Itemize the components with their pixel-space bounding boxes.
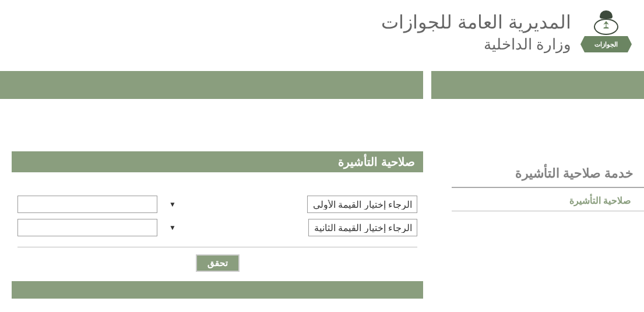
input-first-value[interactable]	[17, 196, 157, 213]
page-header: الجوازات المديرية العامة للجوازات وزارة …	[0, 0, 644, 64]
header-title-sub: وزارة الداخلية	[484, 36, 571, 54]
form-divider	[17, 247, 417, 247]
chevron-down-icon: ▼	[169, 200, 176, 208]
form-title-bar: صلاحية التأشيرة	[12, 151, 423, 172]
verify-button[interactable]: تحقق	[196, 254, 240, 272]
select-first-value[interactable]: الرجاء إختيار القيمة الأولى	[307, 196, 417, 213]
input-second-value[interactable]	[17, 219, 157, 236]
logo-banner: الجوازات	[580, 36, 632, 52]
logo-emblem: الجوازات	[580, 6, 632, 58]
form-body: الرجاء إختيار القيمة الأولى ▼ الرجاء إخت…	[12, 172, 423, 281]
bottom-bar	[12, 281, 423, 299]
select-wrapper-2: الرجاء إختيار القيمة الثانية ▼	[164, 219, 417, 236]
form-actions: تحقق	[17, 254, 417, 274]
banner-sidebar-strip	[431, 71, 644, 99]
sidebar-link-visa-validity[interactable]: صلاحية التأشيرة	[452, 188, 644, 211]
logo-banner-text: الجوازات	[594, 41, 618, 48]
chevron-down-icon: ▼	[169, 224, 176, 232]
content-wrapper: خدمة صلاحية التأشيرة صلاحية التأشيرة صلا…	[0, 99, 644, 299]
sidebar: خدمة صلاحية التأشيرة صلاحية التأشيرة	[431, 99, 644, 299]
banner-main-strip	[0, 71, 423, 99]
palm-icon	[601, 20, 611, 31]
header-title-main: المديرية العامة للجوازات	[381, 11, 571, 33]
form-row-2: الرجاء إختيار القيمة الثانية ▼	[17, 219, 417, 236]
form-row-1: الرجاء إختيار القيمة الأولى ▼	[17, 196, 417, 213]
crown-icon	[600, 10, 613, 19]
banner-row	[0, 71, 644, 99]
select-wrapper-1: الرجاء إختيار القيمة الأولى ▼	[164, 196, 417, 213]
select-second-value[interactable]: الرجاء إختيار القيمة الثانية	[308, 219, 417, 236]
sidebar-service-title: خدمة صلاحية التأشيرة	[452, 99, 644, 188]
header-titles: المديرية العامة للجوازات وزارة الداخلية	[381, 11, 571, 54]
main-panel: صلاحية التأشيرة الرجاء إختيار القيمة الأ…	[0, 99, 423, 299]
